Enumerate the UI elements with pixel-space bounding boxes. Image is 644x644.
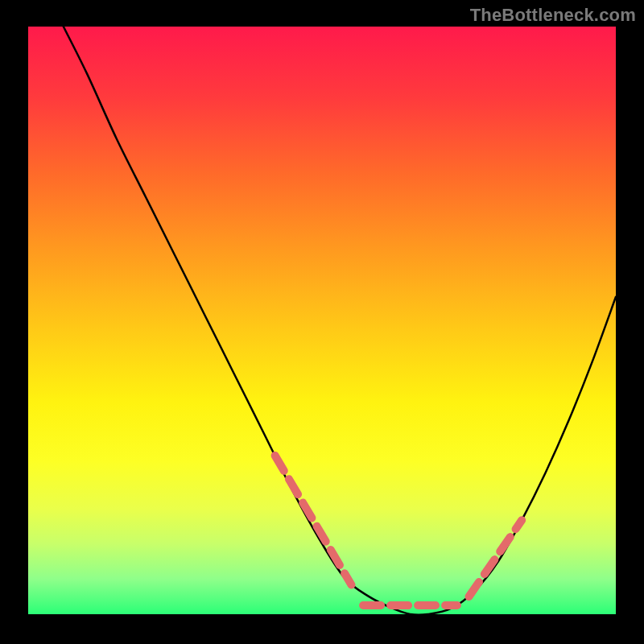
bottleneck-curve-path	[64, 27, 616, 615]
right-overlay-dash	[469, 520, 522, 597]
bottleneck-chart	[28, 27, 616, 614]
left-overlay-dash	[275, 456, 352, 585]
attribution-label: TheBottleneck.com	[470, 5, 636, 26]
